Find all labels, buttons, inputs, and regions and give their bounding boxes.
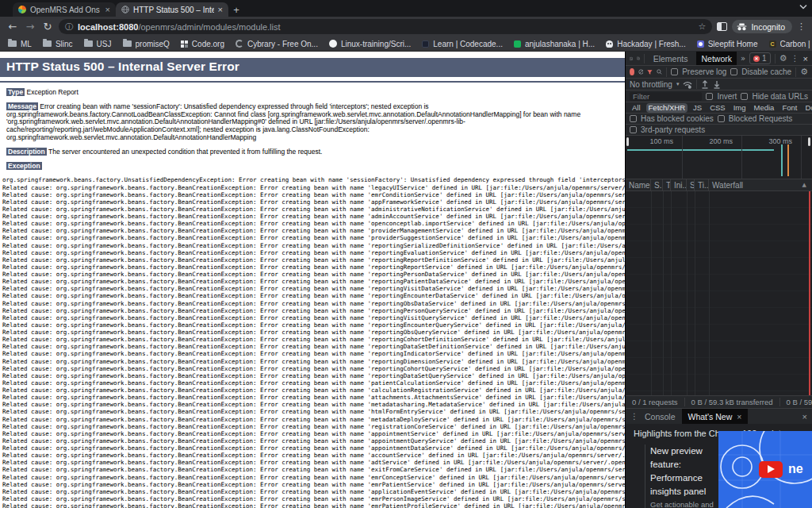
bookmark-hackaday-fresh[interactable]: Hackaday | Fresh...	[606, 40, 686, 48]
site-info-icon[interactable]: ⓘ	[65, 21, 73, 33]
timeline-gridline	[801, 136, 802, 179]
export-har-icon[interactable]	[713, 80, 721, 89]
throttling-select[interactable]: No throttling	[630, 80, 672, 89]
tab-openmrs-addons[interactable]: OpenMRS Add Ons ×	[13, 2, 116, 17]
filter-input[interactable]: Filter	[630, 92, 702, 101]
back-icon[interactable]: ←	[6, 21, 19, 32]
filter-chip-media[interactable]: Media	[752, 103, 777, 113]
bookmark-label: Hackaday | Fresh...	[617, 40, 686, 48]
tab-close-icon[interactable]: ×	[737, 412, 741, 421]
side-panel-icon[interactable]	[717, 22, 727, 31]
filter-funnel-icon[interactable]	[647, 68, 653, 76]
tab-close-icon[interactable]: ×	[218, 5, 223, 14]
preserve-log-checkbox[interactable]	[671, 68, 678, 75]
address-bar[interactable]: ⓘ localhost:8080/openmrs/admin/modules/m…	[59, 19, 712, 34]
video-thumbnail[interactable]: ne	[718, 431, 812, 508]
filter-chip-js[interactable]: JS	[691, 103, 704, 113]
folder-icon	[84, 40, 93, 47]
column-header-ti[interactable]: Ti...	[695, 179, 709, 190]
device-toolbar-icon[interactable]	[637, 54, 640, 63]
devtools-menu-icon[interactable]: ⋮	[791, 54, 799, 63]
devtools-tab-bar: Elements Network » ✕1 ⚙ ⋮ ×	[626, 52, 812, 66]
record-network-log-icon[interactable]	[630, 68, 634, 75]
bookmark-promiseq[interactable]: promiseQ	[123, 40, 170, 48]
import-har-icon[interactable]	[701, 80, 709, 89]
bookmark-star-icon[interactable]: ☆	[699, 21, 707, 32]
column-header-waterfall[interactable]: Waterfall	[709, 179, 812, 190]
forward-icon[interactable]: →	[24, 21, 36, 32]
column-header-s[interactable]: S	[687, 179, 695, 190]
preserve-log-label: Preserve log	[682, 67, 726, 76]
filter-chip-doc[interactable]: Doc	[802, 103, 812, 113]
third-party-checkbox[interactable]	[630, 126, 637, 133]
invert-checkbox[interactable]	[706, 93, 713, 100]
tab-elements[interactable]: Elements	[649, 52, 693, 65]
more-panels-icon[interactable]: »	[741, 54, 745, 63]
divider	[696, 79, 697, 89]
filter-row: Filter Invert Hide data URLs	[626, 90, 812, 102]
bookmark-cybrary-free-on[interactable]: Cybrary - Free On...	[236, 40, 318, 48]
hide-data-urls-checkbox[interactable]	[741, 93, 748, 100]
devtools-close-icon[interactable]: ×	[803, 54, 808, 64]
devtools-settings-icon[interactable]: ⚙	[779, 53, 787, 64]
error-count-badge[interactable]: ✕1	[749, 52, 771, 64]
bookmark-anjulashanaka-h[interactable]: anjulashanaka | H...	[514, 40, 595, 48]
third-party-label: 3rd-party requests	[641, 125, 705, 134]
network-overview-timeline[interactable]: 100 ms200 ms300 ms	[626, 136, 812, 179]
column-header-t[interactable]: T.	[663, 179, 671, 190]
tab-console[interactable]: Console	[645, 412, 676, 421]
type-row: Type Exception Report	[6, 89, 619, 97]
disable-cache-checkbox[interactable]	[730, 68, 737, 75]
blocked-requests-checkbox[interactable]	[718, 115, 725, 122]
bookmark-ml[interactable]: ML	[8, 40, 32, 48]
filter-chip-fetch-xhr[interactable]: Fetch/XHR	[646, 103, 688, 113]
type-value: Exception Report	[27, 88, 79, 96]
filter-chip-all[interactable]: All	[630, 103, 643, 113]
column-header-ini[interactable]: Ini..	[671, 179, 687, 190]
bookmark-code-org[interactable]: Code.org	[181, 40, 224, 48]
tab-network[interactable]: Network	[696, 52, 737, 65]
filter-chip-css[interactable]: CSS	[707, 103, 728, 113]
drawer-close-icon[interactable]: ×	[802, 412, 807, 421]
divider	[666, 67, 667, 77]
filter-chip-img[interactable]: Img	[731, 103, 749, 113]
bookmark-label: anjulashanaka | H...	[525, 40, 595, 48]
divider	[795, 67, 796, 77]
bookmark-usj[interactable]: USJ	[84, 40, 112, 48]
has-blocked-cookies-checkbox[interactable]	[630, 115, 637, 122]
bookmark-carbon-create-a[interactable]: CCarbon | Create a...	[769, 40, 812, 48]
inspect-element-icon[interactable]	[630, 54, 633, 64]
reload-icon[interactable]: ↻	[41, 21, 54, 32]
tab-close-icon[interactable]: ×	[105, 5, 110, 14]
column-header-name[interactable]: Name	[626, 179, 651, 190]
requests-table-body[interactable]	[626, 191, 812, 395]
bookmark-slinc[interactable]: Slinc	[43, 40, 73, 48]
divider	[775, 54, 776, 64]
has-blocked-cookies-label: Has blocked cookies	[641, 114, 714, 123]
bookmark-learn-codecade[interactable]: Learn | Codecade...	[422, 40, 503, 48]
bookmark-linux-training-scri[interactable]: Linux-training/Scri...	[329, 40, 411, 48]
search-icon[interactable]	[657, 67, 662, 76]
sleepfit-icon	[697, 40, 704, 48]
bookmarks-bar: MLSlincUSJpromiseQCode.orgCybrary - Free…	[0, 37, 812, 52]
tab-search-chevron-icon[interactable]	[799, 4, 807, 10]
feature-description: Get actionable and use-case-driven insig…	[650, 500, 718, 508]
new-tab-button[interactable]: +	[228, 2, 244, 17]
column-header-s[interactable]: S.	[651, 179, 663, 190]
clear-network-log-icon[interactable]	[638, 67, 644, 76]
overview-right-handle[interactable]	[808, 137, 810, 146]
disable-cache-label: Disable cache	[741, 67, 791, 76]
youtube-play-icon[interactable]	[759, 461, 783, 478]
filter-chip-font[interactable]: Font	[779, 103, 799, 113]
bookmark-sleepfit-home[interactable]: Sleepfit Home	[697, 40, 758, 48]
network-settings-icon[interactable]: ⚙	[800, 67, 808, 77]
network-conditions-icon[interactable]	[683, 80, 692, 89]
overview-left-handle[interactable]	[626, 137, 629, 146]
transferred-size: 0 B / 59.3 kB transferred	[691, 398, 780, 406]
browser-menu-icon[interactable]: ⋮	[797, 21, 806, 32]
tab-http-status-500[interactable]: HTTP Status 500 – Internal Se ×	[116, 2, 228, 17]
whats-new-card[interactable]: New preview feature: Performance insight…	[645, 444, 718, 508]
sort-indicator-icon: ▲	[802, 182, 806, 188]
drawer-menu-icon[interactable]: ⋮	[630, 412, 638, 421]
tab-whats-new[interactable]: What's New×	[682, 409, 749, 424]
